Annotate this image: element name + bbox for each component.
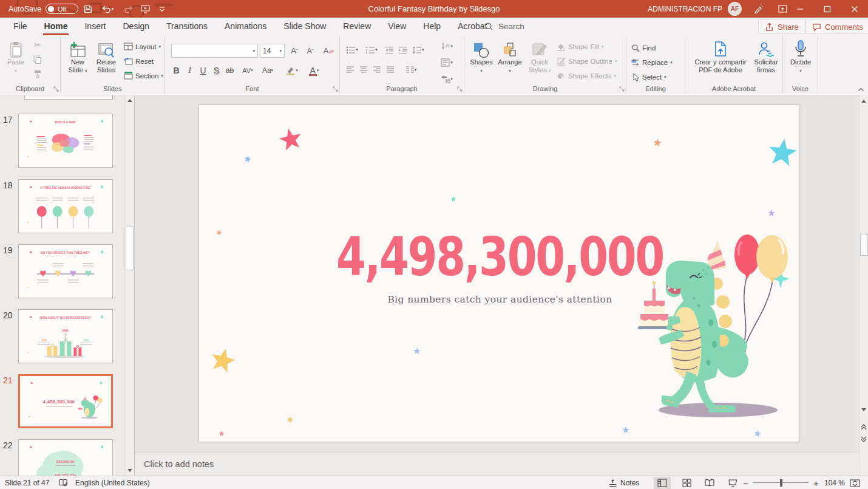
tab-slide-show[interactable]: Slide Show bbox=[275, 18, 334, 35]
next-slide-button[interactable] bbox=[860, 434, 868, 443]
thumbnail-scroll-thumb[interactable] bbox=[126, 227, 134, 270]
spell-check-button[interactable] bbox=[58, 476, 68, 489]
paste-button[interactable]: Paste▾ bbox=[4, 38, 28, 75]
collapse-ribbon-button[interactable] bbox=[856, 85, 866, 94]
bold-button[interactable]: B bbox=[170, 64, 183, 77]
line-spacing-button[interactable]: ▾ bbox=[410, 44, 426, 56]
fit-slide-to-window-button[interactable] bbox=[850, 476, 860, 489]
minimize-button[interactable] bbox=[786, 0, 813, 18]
format-painter-button[interactable] bbox=[32, 68, 44, 80]
create-pdf-button[interactable]: Crear y compartirPDF de Adobe bbox=[690, 38, 751, 74]
thumbnail-scroll-down-button[interactable] bbox=[126, 466, 134, 475]
align-center-button[interactable] bbox=[358, 64, 369, 76]
shape-effects-button[interactable]: Shape Effects▾ bbox=[557, 69, 616, 82]
align-left-button[interactable] bbox=[345, 64, 356, 76]
scroll-up-button[interactable] bbox=[860, 97, 868, 106]
italic-button[interactable]: I bbox=[183, 64, 196, 77]
font-name-combobox[interactable]: ▾ bbox=[171, 44, 258, 58]
tab-view[interactable]: View bbox=[379, 18, 415, 35]
new-slide-button[interactable]: New Slide ▾ bbox=[64, 38, 91, 75]
increase-font-size-button[interactable]: Aˆ bbox=[287, 44, 302, 58]
replace-button[interactable]: ab Replace▾ bbox=[631, 56, 673, 69]
slide-sorter-view-button[interactable] bbox=[678, 477, 695, 489]
strikethrough-button[interactable]: ab bbox=[223, 64, 236, 77]
font-size-combobox[interactable]: 14▾ bbox=[260, 44, 285, 58]
start-slideshow-button[interactable] bbox=[137, 0, 153, 18]
maximize-button[interactable] bbox=[813, 0, 841, 18]
main-scrollbar[interactable] bbox=[859, 95, 868, 476]
tab-home[interactable]: Home bbox=[36, 18, 76, 35]
justify-button[interactable] bbox=[385, 64, 396, 76]
slide-editor-area[interactable]: 4,498,300,000 Big numbers catch your aud… bbox=[135, 95, 860, 476]
align-text-button[interactable]: ▾ bbox=[436, 56, 458, 69]
bullets-button[interactable]: ▾ bbox=[345, 44, 359, 56]
shapes-button[interactable]: Shapes▾ bbox=[468, 38, 495, 75]
close-button[interactable] bbox=[841, 0, 868, 18]
copy-button[interactable] bbox=[32, 53, 44, 66]
thumbnail-slide-17[interactable]: THIS IS A MAP bbox=[18, 114, 113, 168]
thumbnail-scrollbar[interactable] bbox=[124, 95, 134, 476]
select-button[interactable]: Select▾ bbox=[631, 70, 666, 83]
text-highlight-button[interactable]: ▾ bbox=[282, 64, 302, 77]
request-signatures-button[interactable]: Solicitarfirmas bbox=[751, 38, 781, 74]
align-right-button[interactable] bbox=[371, 64, 382, 76]
slideshow-view-button[interactable] bbox=[724, 477, 741, 489]
clear-formatting-button[interactable]: A bbox=[321, 44, 337, 58]
thumbnail-slide-19[interactable]: DO YOU PREFER THIS TIMELINE?♥♥♥♥ bbox=[18, 244, 113, 298]
tab-design[interactable]: Design bbox=[114, 18, 158, 35]
zoom-slider-thumb[interactable] bbox=[780, 479, 782, 487]
scroll-thumb[interactable] bbox=[860, 234, 868, 256]
dinosaur-illustration[interactable] bbox=[626, 225, 800, 426]
redo-button[interactable] bbox=[120, 0, 136, 18]
shape-fill-button[interactable]: Shape Fill▾ bbox=[557, 40, 604, 53]
inking-button[interactable] bbox=[750, 0, 766, 18]
reuse-slides-button[interactable]: Reuse Slides bbox=[92, 38, 120, 74]
tab-animations[interactable]: Animations bbox=[216, 18, 275, 35]
increase-indent-button[interactable] bbox=[397, 44, 408, 56]
slide-canvas[interactable]: 4,498,300,000 Big numbers catch your aud… bbox=[198, 104, 800, 442]
autosave-toggle[interactable]: AutoSave Off bbox=[8, 0, 78, 18]
underline-button[interactable]: U bbox=[197, 64, 209, 77]
font-color-button[interactable]: A▾ bbox=[303, 64, 324, 77]
tab-review[interactable]: Review bbox=[334, 18, 379, 35]
text-direction-button[interactable]: A▾ bbox=[436, 40, 458, 52]
font-dialog-launcher[interactable] bbox=[333, 86, 338, 92]
thumbnail-slide-18[interactable]: A TIMELINE ALWAYS WORKS FINE bbox=[18, 179, 113, 233]
quick-styles-button[interactable]: Quick Styles ▾ bbox=[525, 38, 554, 75]
decrease-indent-button[interactable] bbox=[384, 44, 395, 56]
notes-toggle-button[interactable]: Notes bbox=[608, 476, 639, 489]
shape-outline-button[interactable]: Shape Outline▾ bbox=[557, 55, 617, 67]
thumbnail-slide-22[interactable]: 333,000.0024h 37m 23s bbox=[18, 439, 113, 476]
thumbnail-slide-16-partial[interactable] bbox=[24, 95, 113, 100]
zoom-in-button[interactable]: + bbox=[813, 476, 819, 489]
account-name[interactable]: ADMINISTRACION FP bbox=[648, 0, 722, 18]
clipboard-dialog-launcher[interactable] bbox=[53, 86, 59, 92]
tab-help[interactable]: Help bbox=[415, 18, 449, 35]
find-button[interactable]: Find bbox=[631, 41, 656, 54]
layout-button[interactable]: Layout▾ bbox=[124, 40, 161, 53]
zoom-out-button[interactable]: − bbox=[743, 476, 748, 489]
tab-insert[interactable]: Insert bbox=[76, 18, 114, 35]
notes-panel[interactable]: Click to add notes bbox=[135, 453, 860, 476]
drawing-dialog-launcher[interactable] bbox=[619, 86, 625, 92]
paragraph-dialog-launcher[interactable] bbox=[457, 86, 463, 92]
convert-to-smartart-button[interactable]: ▾ bbox=[436, 73, 458, 85]
notes-placeholder[interactable]: Click to add notes bbox=[144, 459, 214, 469]
normal-view-button[interactable] bbox=[654, 477, 671, 489]
previous-slide-button[interactable] bbox=[860, 422, 868, 431]
language-indicator[interactable]: English (United States) bbox=[75, 476, 150, 489]
arrange-button[interactable]: Arrange▾ bbox=[496, 38, 524, 75]
tab-file[interactable]: File bbox=[5, 18, 36, 35]
slide-position[interactable]: Slide 21 of 47 bbox=[5, 476, 49, 489]
dictate-button[interactable]: Dictate▾ bbox=[787, 38, 815, 75]
columns-button[interactable]: ▾ bbox=[403, 64, 419, 76]
undo-button[interactable]: ▾ bbox=[97, 0, 118, 18]
cut-button[interactable]: ✂ bbox=[32, 39, 44, 51]
numbering-button[interactable]: ▾ bbox=[364, 44, 379, 56]
save-button[interactable] bbox=[80, 0, 96, 18]
decrease-font-size-button[interactable]: Aˇ bbox=[303, 44, 317, 58]
zoom-level[interactable]: 104 % bbox=[824, 476, 845, 489]
scroll-down-button[interactable] bbox=[860, 405, 868, 414]
reset-button[interactable]: Reset bbox=[124, 55, 154, 67]
search-control[interactable]: Search bbox=[484, 18, 524, 35]
